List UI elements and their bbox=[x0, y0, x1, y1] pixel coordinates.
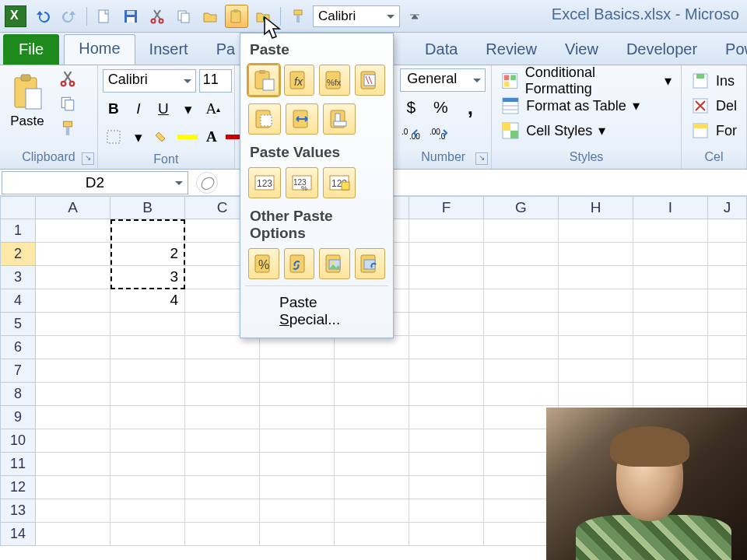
rowhead-1[interactable]: 1 bbox=[0, 219, 36, 243]
cell-H7[interactable] bbox=[559, 359, 633, 383]
cell-A6[interactable] bbox=[36, 336, 110, 359]
colhead-B[interactable]: B bbox=[110, 196, 185, 219]
underline-dropdown[interactable]: ▾ bbox=[177, 98, 199, 120]
borders-button[interactable] bbox=[103, 126, 124, 148]
cell-B1[interactable] bbox=[110, 219, 185, 243]
currency-button[interactable]: $ bbox=[400, 96, 422, 118]
number-format-combo[interactable]: General bbox=[400, 68, 486, 92]
cell-C8[interactable] bbox=[185, 383, 260, 406]
paste-button[interactable]: Paste bbox=[5, 68, 50, 140]
paste-column-widths-button[interactable] bbox=[286, 103, 318, 135]
cell-D7[interactable] bbox=[260, 359, 335, 383]
cell-B13[interactable] bbox=[110, 499, 185, 523]
cell-styles-button[interactable]: Cell Styles ▾ bbox=[496, 118, 610, 143]
format-cells-button[interactable]: For bbox=[686, 118, 742, 143]
copy-button[interactable] bbox=[172, 5, 195, 28]
paste-no-borders-button[interactable] bbox=[248, 103, 281, 135]
redo-button[interactable] bbox=[58, 5, 81, 28]
rowhead-13[interactable]: 13 bbox=[0, 499, 36, 523]
rowhead-7[interactable]: 7 bbox=[0, 359, 36, 383]
cell-J4[interactable] bbox=[708, 289, 747, 313]
cut-button[interactable] bbox=[146, 5, 169, 28]
cell-F8[interactable] bbox=[409, 383, 484, 406]
rowhead-14[interactable]: 14 bbox=[0, 523, 36, 546]
cell-G3[interactable] bbox=[484, 266, 559, 289]
cell-G4[interactable] bbox=[484, 289, 559, 313]
cell-J6[interactable] bbox=[708, 336, 747, 359]
cell-C14[interactable] bbox=[185, 523, 260, 546]
cell-C12[interactable] bbox=[185, 476, 260, 499]
cell-A13[interactable] bbox=[36, 499, 110, 523]
cell-D8[interactable] bbox=[260, 383, 335, 406]
cell-F7[interactable] bbox=[409, 359, 484, 383]
cell-G2[interactable] bbox=[484, 243, 559, 266]
cell-G5[interactable] bbox=[484, 313, 559, 336]
colhead-I[interactable]: I bbox=[633, 196, 708, 219]
underline-button[interactable]: U bbox=[153, 98, 174, 120]
cell-D6[interactable] bbox=[260, 336, 335, 359]
cell-D14[interactable] bbox=[260, 523, 335, 546]
cell-B4[interactable]: 4 bbox=[110, 289, 185, 313]
cell-B8[interactable] bbox=[110, 383, 185, 406]
insert-cells-button[interactable]: Ins bbox=[686, 68, 739, 93]
cell-E14[interactable] bbox=[335, 523, 409, 546]
cell-C6[interactable] bbox=[185, 336, 260, 359]
cell-C9[interactable] bbox=[185, 406, 260, 429]
tab-home[interactable]: Home bbox=[64, 34, 135, 65]
bold-button[interactable]: B bbox=[103, 98, 124, 120]
percent-button[interactable]: % bbox=[430, 96, 451, 118]
format-as-table-button[interactable]: Format as Table ▾ bbox=[496, 93, 644, 118]
paste-values-number-button[interactable]: 123% bbox=[286, 167, 318, 198]
colhead-J[interactable]: J bbox=[708, 196, 747, 219]
cell-H5[interactable] bbox=[559, 313, 633, 336]
cell-B14[interactable] bbox=[110, 523, 185, 546]
paste-formulas-button[interactable]: fx bbox=[284, 65, 315, 96]
conditional-formatting-button[interactable]: Conditional Formatting ▾ bbox=[496, 68, 676, 93]
fill-color-button[interactable] bbox=[153, 126, 174, 148]
cell-G8[interactable] bbox=[484, 383, 559, 406]
cell-J1[interactable] bbox=[708, 219, 747, 243]
cell-A11[interactable] bbox=[36, 453, 110, 476]
paste-linked-picture-button[interactable] bbox=[355, 248, 386, 279]
cell-B3[interactable]: 3 bbox=[110, 266, 185, 289]
paste-formulas-number-button[interactable]: %fx bbox=[319, 65, 350, 96]
cell-B10[interactable] bbox=[110, 429, 185, 453]
cell-J8[interactable] bbox=[708, 383, 747, 406]
borders-dropdown[interactable]: ▾ bbox=[128, 126, 149, 148]
rowhead-3[interactable]: 3 bbox=[0, 266, 36, 289]
cell-F6[interactable] bbox=[409, 336, 484, 359]
cell-E12[interactable] bbox=[335, 476, 409, 499]
cell-I5[interactable] bbox=[633, 313, 708, 336]
cell-F14[interactable] bbox=[409, 523, 484, 546]
cell-H8[interactable] bbox=[559, 383, 633, 406]
colhead-H[interactable]: H bbox=[559, 196, 633, 219]
cell-C11[interactable] bbox=[185, 453, 260, 476]
cell-E11[interactable] bbox=[335, 453, 409, 476]
cell-I3[interactable] bbox=[633, 266, 708, 289]
cell-F1[interactable] bbox=[409, 219, 484, 243]
format-painter-button[interactable] bbox=[56, 118, 79, 138]
cell-A14[interactable] bbox=[36, 523, 110, 546]
rowhead-4[interactable]: 4 bbox=[0, 289, 36, 313]
clipboard-dialog-launcher[interactable]: ↘ bbox=[82, 152, 94, 165]
cell-H4[interactable] bbox=[559, 289, 633, 313]
paste-keep-source-button[interactable] bbox=[355, 65, 386, 96]
paste-special-item[interactable]: Paste Special... bbox=[245, 285, 388, 338]
font-name-combo[interactable]: Calibri bbox=[103, 69, 196, 93]
cancel-fx-icon[interactable]: ◯ bbox=[196, 172, 218, 194]
cut-ribbon-button[interactable] bbox=[56, 68, 79, 89]
cell-A2[interactable] bbox=[36, 243, 110, 266]
rowhead-6[interactable]: 6 bbox=[0, 336, 36, 359]
paste-picture-button[interactable] bbox=[319, 248, 350, 279]
colhead-F[interactable]: F bbox=[409, 196, 484, 219]
cell-E7[interactable] bbox=[335, 359, 409, 383]
cell-C7[interactable] bbox=[185, 359, 260, 383]
cell-D9[interactable] bbox=[260, 406, 335, 429]
new-button[interactable] bbox=[93, 5, 116, 28]
cell-J7[interactable] bbox=[708, 359, 747, 383]
cell-F5[interactable] bbox=[409, 313, 484, 336]
tab-view[interactable]: View bbox=[551, 36, 612, 65]
cell-E6[interactable] bbox=[335, 336, 409, 359]
font-grow-button[interactable]: A▴ bbox=[202, 98, 224, 120]
delete-cells-button[interactable]: Del bbox=[686, 93, 742, 118]
